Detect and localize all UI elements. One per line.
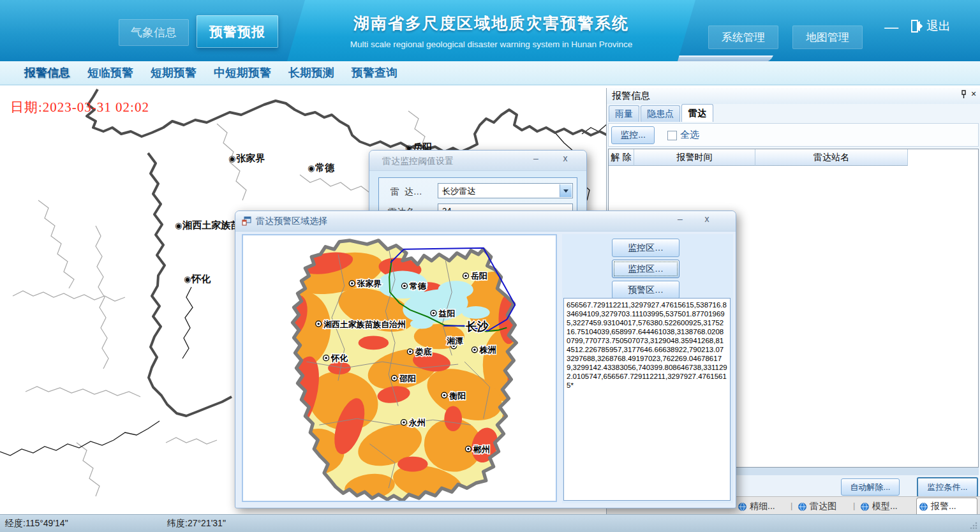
globe-icon — [861, 503, 869, 511]
city-label: 湘西土家族苗族自治州 — [323, 320, 406, 329]
minimize-icon[interactable]: – — [530, 153, 542, 163]
menu-item-long-term[interactable]: 长期预测 — [288, 65, 334, 80]
city-label: 岳阳 — [470, 271, 487, 281]
hunan-map-canvas: 张家界 常德 岳阳 益阳 湘西土家族苗族自治州 娄底 湘潭 株洲 怀化 邵阳 衡… — [243, 235, 556, 501]
header-bar: 湖南省多尺度区域地质灾害预警系统 Multi scale regional ge… — [0, 0, 980, 61]
base-city-huaihua: ◉怀化 — [184, 273, 211, 285]
region-dialog-side-panel: 监控区… 监控区… 预警区… 656567.729112211,3297927.… — [562, 234, 733, 503]
select-all-checkbox[interactable] — [667, 131, 677, 140]
tab-hazard-points[interactable]: 隐患点 — [641, 105, 680, 122]
map-management-button[interactable]: 地图管理 — [792, 26, 863, 49]
sub-menu-bar: 报警信息 短临预警 短期预警 中短期预警 长期预测 预警查询 — [0, 61, 980, 85]
latitude-readout: 纬度:27°21'31" — [167, 518, 226, 529]
exit-door-icon — [910, 19, 923, 33]
alarm-tab-bar: 雨量 隐患点 雷达 — [609, 104, 713, 122]
radar-region-dialog: 雷达预警区域选择 – x — [235, 211, 736, 508]
city-label: 张家界 — [357, 279, 382, 288]
menu-item-short-term[interactable]: 短期预警 — [151, 65, 197, 80]
base-city-changde: ◉常德 — [308, 162, 334, 174]
monitor-region-button-2[interactable]: 监控区… — [612, 260, 679, 278]
bottom-tab-alarm[interactable]: 报警... — [916, 498, 977, 515]
alarm-panel-title: 报警信息 — [607, 88, 980, 104]
region-coordinates-textarea[interactable]: 656567.729112211,3297927.47615615,538716… — [563, 298, 731, 501]
alarm-toolbar: 监控... 全选 — [608, 123, 979, 147]
tab-rainfall[interactable]: 雨量 — [609, 105, 639, 122]
column-release[interactable]: 解 除 — [609, 149, 634, 166]
capital-label: 长沙 — [465, 320, 489, 333]
city-label: 常德 — [409, 281, 427, 291]
dialog-title-bar[interactable]: 雷达预警区域选择 – x — [235, 211, 736, 232]
window-icon — [242, 216, 251, 228]
city-label: 郴州 — [473, 445, 490, 454]
hunan-hazard-map[interactable]: 张家界 常德 岳阳 益阳 湘西土家族苗族自治州 娄底 湘潭 株洲 怀化 邵阳 衡… — [242, 234, 557, 502]
page-title: 湖南省多尺度区域地质灾害预警系统 — [287, 13, 695, 34]
dialog-title: 雷达监控阈值设置 — [382, 156, 454, 167]
close-icon[interactable]: x — [560, 153, 571, 163]
monitor-button[interactable]: 监控... — [611, 126, 655, 144]
globe-icon — [798, 503, 806, 511]
longitude-readout: 经度:115°49'14" — [5, 518, 68, 529]
menu-item-mid-short-term[interactable]: 中短期预警 — [214, 65, 271, 80]
city-label: 益阳 — [438, 309, 455, 318]
city-label: 株洲 — [479, 345, 496, 355]
bottom-tab-fine[interactable]: 精细... — [736, 499, 778, 514]
menu-item-alarm-info[interactable]: 报警信息 — [24, 65, 70, 80]
column-radar-station[interactable]: 雷达站名 — [755, 149, 908, 166]
menu-item-nowcast[interactable]: 短临预警 — [87, 65, 133, 80]
dialog-title: 雷达预警区域选择 — [256, 216, 327, 227]
status-bar: 经度:115°49'14" 纬度:27°21'31" — [0, 514, 980, 532]
base-city-zhangjiajie: ◉张家界 — [228, 152, 265, 165]
dialog-title-bar[interactable]: 雷达监控阈值设置 – x — [369, 151, 586, 171]
monitor-condition-button[interactable]: 监控条件... — [917, 477, 978, 498]
radar-field-label: 雷 达… — [390, 186, 422, 198]
column-alarm-time[interactable]: 报警时间 — [634, 149, 755, 166]
tab-radar[interactable]: 雷达 — [681, 104, 713, 122]
city-label: 邵阳 — [399, 374, 416, 383]
minimize-icon[interactable]: – — [674, 214, 686, 224]
city-label: 湘潭 — [446, 336, 463, 346]
select-all-label[interactable]: 全选 — [680, 129, 699, 141]
auto-release-button[interactable]: 自动解除... — [841, 478, 900, 496]
city-marker-icon: ◉ — [175, 221, 182, 230]
close-icon[interactable]: x — [701, 214, 713, 224]
resize-grip[interactable] — [969, 521, 978, 530]
alarm-table-header: 解 除 报警时间 雷达站名 — [609, 149, 978, 166]
exit-button[interactable]: 退出 — [910, 18, 951, 34]
radar-select[interactable]: 长沙雷达 — [438, 183, 573, 198]
globe-icon — [738, 503, 746, 511]
bottom-tab-radar-image[interactable]: 雷达图 — [796, 499, 839, 514]
city-marker-icon: ◉ — [184, 274, 191, 284]
pin-icon[interactable] — [960, 90, 969, 100]
monitor-region-button-1[interactable]: 监控区… — [612, 239, 679, 257]
weather-info-button[interactable]: 气象信息 — [119, 19, 189, 46]
city-label: 怀化 — [330, 353, 348, 363]
map-date-label: 日期:2023-03-31 02:02 — [10, 98, 149, 116]
minimize-button[interactable]: — — [884, 19, 898, 36]
city-label: 娄底 — [415, 347, 432, 357]
chevron-down-icon[interactable] — [560, 184, 572, 197]
globe-icon — [919, 503, 928, 511]
city-label: 衡阳 — [449, 391, 466, 401]
menu-item-warning-query[interactable]: 预警查询 — [352, 65, 397, 80]
city-marker-icon: ◉ — [308, 163, 315, 173]
page-subtitle: Multi scale regional geological disaster… — [287, 40, 695, 49]
app-window: 日期:2023-03-31 02:02 ◉张家界 ◉常德 ◉岳阳 ◉湘西土家族苗… — [0, 0, 980, 532]
warning-region-button[interactable]: 预警区… — [612, 281, 679, 299]
bottom-tab-model[interactable]: 模型... — [858, 499, 900, 514]
close-icon[interactable]: × — [971, 89, 980, 99]
system-management-button[interactable]: 系统管理 — [708, 26, 778, 49]
warning-forecast-button[interactable]: 预警预报 — [197, 15, 278, 48]
city-label: 永州 — [408, 418, 426, 427]
city-marker-icon: ◉ — [228, 154, 235, 163]
